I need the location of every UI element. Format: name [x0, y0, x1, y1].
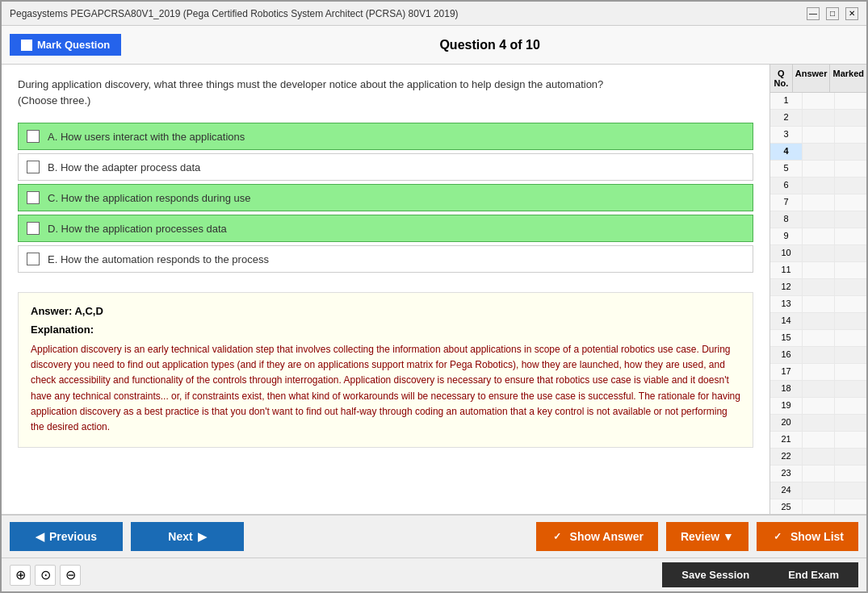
sidebar-cell-answer [803, 93, 835, 109]
sidebar-row[interactable]: 1 [770, 93, 866, 110]
sidebar-cell-qno: 16 [770, 347, 803, 363]
show-list-button[interactable]: Show List [757, 522, 858, 551]
explanation-label: Explanation: [31, 324, 740, 336]
end-exam-button[interactable]: End Exam [769, 562, 858, 587]
save-session-button[interactable]: Save Session [662, 562, 769, 587]
option-a[interactable]: A. How users interact with the applicati… [18, 123, 753, 150]
sidebar-cell-qno: 23 [770, 466, 803, 482]
sidebar-cell-qno: 2 [770, 110, 803, 126]
option-b-text: B. How the adapter process data [48, 161, 200, 173]
sidebar-row[interactable]: 6 [770, 177, 866, 194]
sidebar-cell-qno: 21 [770, 432, 803, 448]
sidebar-row[interactable]: 5 [770, 161, 866, 177]
option-c-text: C. How the application responds during u… [48, 192, 250, 204]
sidebar-cell-marked [835, 432, 866, 448]
sidebar-row[interactable]: 16 [770, 347, 866, 364]
sidebar-cell-qno: 11 [770, 262, 803, 278]
option-c[interactable]: C. How the application responds during u… [18, 184, 753, 211]
sidebar-cell-answer [803, 144, 835, 160]
show-answer-checkbox-icon [551, 530, 564, 543]
sidebar-row[interactable]: 19 [770, 398, 866, 415]
sidebar-col-answer: Answer [793, 65, 831, 92]
save-session-label: Save Session [681, 569, 749, 581]
sidebar-cell-answer [803, 245, 835, 261]
sidebar-rows: 1 2 3 4 5 6 7 8 [770, 93, 866, 514]
sidebar-row[interactable]: 11 [770, 262, 866, 279]
sidebar-row[interactable]: 18 [770, 381, 866, 398]
option-b[interactable]: B. How the adapter process data [18, 153, 753, 181]
sidebar-cell-marked [835, 177, 866, 194]
sidebar-cell-qno: 19 [770, 398, 803, 414]
show-answer-button[interactable]: Show Answer [536, 522, 658, 551]
sidebar-col-qno: Q No. [770, 65, 793, 92]
sidebar-cell-marked [835, 93, 866, 109]
bottom-bar: ◀ Previous Next ▶ Show Answer Review ▼ S… [2, 514, 866, 591]
sidebar-cell-marked [835, 466, 866, 482]
zoom-out-button[interactable]: ⊖ [60, 565, 81, 586]
sidebar-cell-marked [835, 262, 866, 278]
sidebar-cell-qno: 4 [770, 144, 803, 160]
sidebar-cell-marked [835, 127, 866, 143]
sidebar-row[interactable]: 8 [770, 211, 866, 228]
sidebar-row[interactable]: 20 [770, 415, 866, 432]
sidebar-row[interactable]: 2 [770, 110, 866, 127]
sidebar-row[interactable]: 21 [770, 432, 866, 449]
mark-icon [21, 40, 32, 51]
previous-button[interactable]: ◀ Previous [10, 522, 123, 551]
checkbox-e[interactable] [27, 253, 40, 265]
sidebar-row[interactable]: 17 [770, 364, 866, 381]
sidebar-row[interactable]: 3 [770, 127, 866, 144]
sidebar-cell-answer [803, 127, 835, 143]
review-button[interactable]: Review ▼ [666, 522, 748, 551]
bottom-row2: ⊕ ⊙ ⊖ Save Session End Exam [2, 558, 866, 591]
next-button[interactable]: Next ▶ [131, 522, 244, 551]
close-button[interactable]: ✕ [845, 7, 858, 20]
sidebar-row[interactable]: 13 [770, 296, 866, 313]
sidebar-row[interactable]: 12 [770, 279, 866, 296]
sidebar-row[interactable]: 22 [770, 449, 866, 466]
sidebar-cell-marked [835, 499, 866, 514]
sidebar-row[interactable]: 7 [770, 194, 866, 211]
sidebar-cell-qno: 12 [770, 279, 803, 295]
zoom-reset-button[interactable]: ⊙ [35, 565, 56, 586]
sidebar-cell-qno: 13 [770, 296, 803, 312]
question-text: During application discovery, what three… [18, 77, 753, 108]
mark-question-button[interactable]: Mark Question [10, 34, 121, 56]
sidebar-row[interactable]: 23 [770, 466, 866, 482]
show-list-label: Show List [790, 530, 844, 543]
sidebar-cell-answer [803, 262, 835, 278]
minimize-button[interactable]: — [807, 7, 820, 20]
sidebar-row[interactable]: 24 [770, 482, 866, 499]
sidebar-cell-answer [803, 415, 835, 431]
option-d-text: D. How the application processes data [48, 223, 227, 235]
sidebar-cell-marked [835, 211, 866, 228]
window-controls: — □ ✕ [807, 7, 858, 20]
sidebar-row[interactable]: 14 [770, 313, 866, 330]
window-title: Pegasystems PEGAPCRSA80V1_2019 (Pega Cer… [10, 8, 459, 19]
sidebar: Q No. Answer Marked 1 2 3 4 5 6 [769, 65, 866, 514]
checkbox-b[interactable] [27, 161, 40, 173]
checkbox-d[interactable] [27, 222, 40, 235]
sidebar-row[interactable]: 15 [770, 330, 866, 347]
sidebar-cell-answer [803, 381, 835, 397]
option-d[interactable]: D. How the application processes data [18, 215, 753, 242]
sidebar-cell-qno: 5 [770, 161, 803, 177]
end-exam-label: End Exam [788, 569, 839, 581]
sidebar-cell-marked [835, 296, 866, 312]
sidebar-row[interactable]: 9 [770, 228, 866, 245]
sidebar-cell-answer [803, 398, 835, 414]
sidebar-row[interactable]: 10 [770, 245, 866, 262]
restore-button[interactable]: □ [826, 7, 839, 20]
sidebar-cell-qno: 22 [770, 449, 803, 465]
checkbox-a[interactable] [27, 130, 40, 143]
sidebar-row[interactable]: 4 [770, 144, 866, 161]
option-e[interactable]: E. How the automation responds to the pr… [18, 245, 753, 273]
zoom-in-button[interactable]: ⊕ [10, 565, 31, 586]
sidebar-cell-marked [835, 110, 866, 126]
options-list: A. How users interact with the applicati… [18, 123, 753, 276]
checkbox-c[interactable] [27, 191, 40, 204]
question-area: During application discovery, what three… [2, 65, 769, 514]
sidebar-row[interactable]: 25 [770, 499, 866, 514]
sidebar-cell-qno: 14 [770, 313, 803, 329]
sidebar-cell-marked [835, 279, 866, 295]
